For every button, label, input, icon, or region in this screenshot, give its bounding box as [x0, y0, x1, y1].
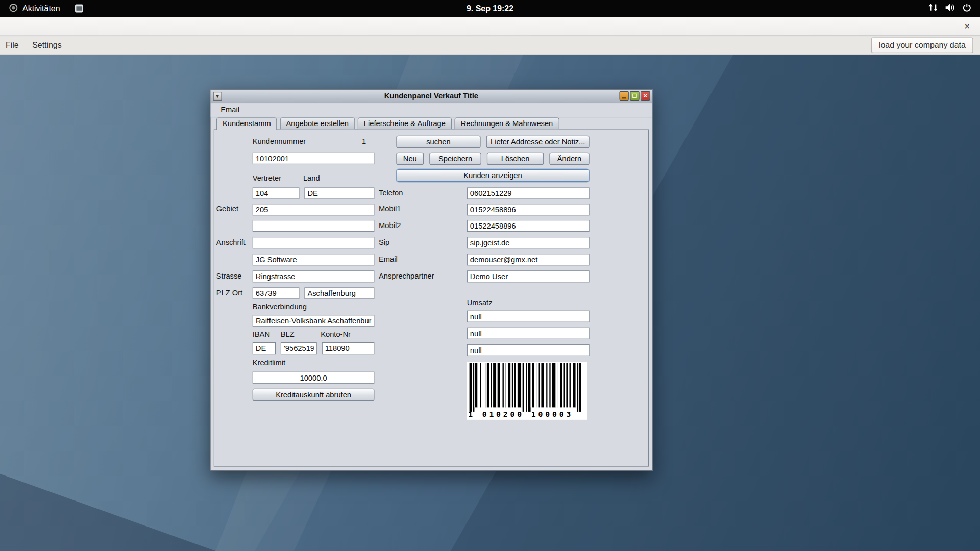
- bank-input[interactable]: [253, 315, 375, 327]
- gebiet-input[interactable]: [253, 204, 375, 215]
- loeschen-button[interactable]: Löschen: [487, 153, 544, 165]
- umsatz1-input[interactable]: [467, 311, 590, 322]
- maximize-button[interactable]: [630, 91, 639, 101]
- network-icon[interactable]: [928, 3, 938, 14]
- mobil1-label: Mobil1: [379, 204, 401, 213]
- menu-email[interactable]: Email: [217, 103, 243, 117]
- ansprechpartner-input[interactable]: [467, 270, 590, 282]
- kundennummer-input[interactable]: [253, 153, 375, 164]
- clock[interactable]: 9. Sep 19:22: [0, 0, 980, 17]
- barcode-text: 1 010200 100003: [468, 410, 573, 418]
- mobil2-label: Mobil2: [379, 221, 401, 230]
- minimize-button[interactable]: [619, 91, 628, 101]
- anschrift2-input[interactable]: [253, 254, 375, 265]
- tab-bar: Kundenstamm Angebote erstellen Liefersch…: [214, 117, 649, 129]
- anschrift1-input[interactable]: [253, 237, 375, 248]
- land-input[interactable]: [304, 187, 374, 199]
- telefon-label: Telefon: [379, 189, 403, 198]
- email-input[interactable]: [467, 254, 590, 265]
- main-app-headerbar: ×: [0, 17, 980, 36]
- umsatz3-input[interactable]: [467, 344, 590, 356]
- land-label: Land: [303, 173, 320, 183]
- volume-icon[interactable]: [945, 3, 955, 14]
- gebiet2-input[interactable]: [253, 220, 375, 232]
- kunden-anzeigen-button[interactable]: Kunden anzeigen: [396, 169, 589, 182]
- anschrift-label: Anschrift: [216, 238, 246, 247]
- window-title: Kundenpanel Verkauf Title: [211, 90, 652, 102]
- ansprechpartner-label: Ansprechpartner: [379, 272, 434, 281]
- blz-label: BLZ: [281, 330, 295, 339]
- gebiet-label: Gebiet: [216, 204, 238, 213]
- speichern-button[interactable]: Speichern: [429, 153, 481, 165]
- load-company-data-button[interactable]: load your company data: [871, 37, 973, 53]
- plz-ort-label: PLZ Ort: [216, 289, 242, 298]
- vertreter-label: Vertreter: [253, 173, 281, 183]
- sip-input[interactable]: [467, 237, 590, 248]
- system-status-area[interactable]: [924, 0, 975, 17]
- vertreter-input[interactable]: [253, 187, 300, 199]
- tab-kundenstamm[interactable]: Kundenstamm: [216, 117, 277, 130]
- close-button[interactable]: ×: [641, 91, 650, 101]
- strasse-input[interactable]: [253, 270, 375, 282]
- menu-file[interactable]: File: [0, 36, 24, 55]
- kreditauskunft-button[interactable]: Kreditauskunft abrufen: [253, 389, 375, 401]
- screen: Aktivitäten 9. Sep 19:22 × File Settings…: [0, 0, 980, 551]
- menu-settings[interactable]: Settings: [27, 36, 67, 55]
- iban-label: IBAN: [253, 330, 270, 339]
- neu-button[interactable]: Neu: [396, 153, 424, 165]
- power-icon[interactable]: [963, 3, 971, 14]
- ort-input[interactable]: [304, 287, 374, 299]
- window-menu-icon[interactable]: ▼: [213, 92, 222, 101]
- gnome-top-bar: Aktivitäten 9. Sep 19:22: [0, 0, 980, 17]
- iban-input[interactable]: [253, 342, 276, 354]
- kundenpanel-window: ▼ Kundenpanel Verkauf Title × Email Kund…: [210, 89, 652, 471]
- customer-barcode: 1 010200 100003: [467, 362, 587, 420]
- main-window-close-button[interactable]: ×: [962, 17, 972, 36]
- barcode-bars: [470, 363, 581, 413]
- email-label: Email: [379, 255, 398, 264]
- tab-lieferscheine-auftrage[interactable]: Lieferscheine & Auftrage: [358, 117, 452, 129]
- konto-nr-label: Konto-Nr: [321, 330, 351, 339]
- kundennummer-value: 1: [362, 137, 366, 146]
- plz-input[interactable]: [253, 287, 300, 299]
- telefon-input[interactable]: [467, 187, 590, 199]
- bankverbindung-label: Bankverbindung: [253, 303, 307, 312]
- liefer-adresse-notiz-button[interactable]: Liefer Addresse oder Notiz...: [486, 136, 590, 148]
- sip-label: Sip: [379, 238, 389, 247]
- tab-pane: Kundenstamm Angebote erstellen Liefersch…: [214, 117, 649, 466]
- dialog-titlebar[interactable]: ▼ Kundenpanel Verkauf Title ×: [211, 90, 652, 103]
- blz-input[interactable]: [281, 342, 317, 354]
- dialog-menubar: Email: [211, 103, 652, 117]
- tab-angebote-erstellen[interactable]: Angebote erstellen: [280, 117, 355, 129]
- umsatz2-input[interactable]: [467, 328, 590, 339]
- strasse-label: Strasse: [216, 272, 242, 281]
- main-app-menubar: File Settings load your company data: [0, 36, 980, 55]
- aendern-button[interactable]: Ändern: [549, 153, 589, 165]
- tab-rechnungen-mahnwesen[interactable]: Rechnungen & Mahnwesen: [455, 117, 559, 129]
- kundenstamm-panel: Kundennummer 1 suchen Liefer Addresse od…: [214, 129, 649, 466]
- umsatz-label: Umsatz: [467, 298, 493, 307]
- suchen-button[interactable]: suchen: [396, 136, 480, 148]
- kreditlimit-input[interactable]: [253, 372, 375, 384]
- mobil1-input[interactable]: [467, 204, 590, 215]
- kundennummer-label: Kundennummer: [253, 137, 306, 146]
- konto-nr-input[interactable]: [322, 342, 375, 354]
- mobil2-input[interactable]: [467, 220, 590, 232]
- kreditlimit-label: Kreditlimit: [253, 359, 286, 368]
